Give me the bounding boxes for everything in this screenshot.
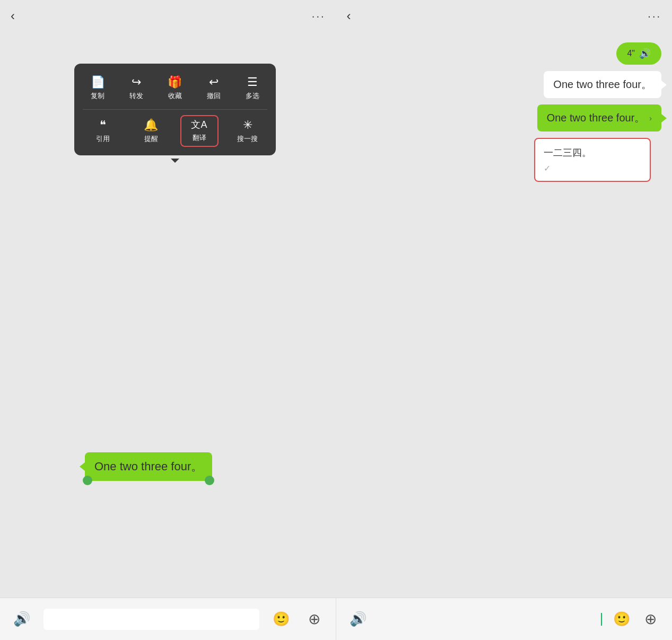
menu-row-1: 📄 复制 ↪ 转发 🎁 收藏 ↩ 撤回 ☰ 多选 xyxy=(78,70,272,106)
voice-button-left[interactable]: 🔊 xyxy=(11,608,33,630)
left-bubble-container: One two three four。 xyxy=(85,452,212,481)
collect-label: 收藏 xyxy=(168,91,182,101)
menu-copy[interactable]: 📄 复制 xyxy=(78,72,117,104)
quote-label: 引用 xyxy=(96,134,110,144)
translate-label: 翻译 xyxy=(193,133,206,143)
copy-label: 复制 xyxy=(91,91,104,101)
bottom-toolbar: 🔊 🙂 ⊕ 🔊 🙂 ⊕ xyxy=(0,598,672,640)
left-bubble-text: One two three four。 xyxy=(94,460,203,473)
bottom-left-area: 🔊 🙂 ⊕ xyxy=(0,608,336,630)
voice-duration: 4" xyxy=(627,49,635,58)
left-input-area xyxy=(43,609,259,630)
forward-label: 转发 xyxy=(129,91,143,101)
translate-icon: 文A xyxy=(191,118,207,131)
undo-label: 撤回 xyxy=(207,91,221,101)
menu-collect[interactable]: 🎁 收藏 xyxy=(156,72,194,104)
left-back-button[interactable]: ‹ xyxy=(11,8,15,23)
menu-quote[interactable]: ❝ 引用 xyxy=(84,115,122,147)
voice-button-right[interactable]: 🔊 xyxy=(347,608,369,630)
translation-check-icon: ✓ xyxy=(544,163,641,173)
copy-icon: 📄 xyxy=(91,75,105,89)
context-menu: 📄 复制 ↪ 转发 🎁 收藏 ↩ 撤回 ☰ 多选 xyxy=(74,64,276,155)
green-bubble-text: One two three four。 xyxy=(547,111,645,125)
white-chat-bubble[interactable]: One two three four。 xyxy=(544,71,661,98)
bubble-handle-right[interactable] xyxy=(205,476,214,485)
right-chat-area: 4" 🔊 One two three four。 One two three f… xyxy=(347,32,673,598)
quote-icon: ❝ xyxy=(100,118,106,132)
undo-icon: ↩ xyxy=(209,75,219,89)
menu-row-2: ❝ 引用 🔔 提醒 文A 翻译 ✳ 搜一搜 xyxy=(78,113,272,149)
bubble-handle-left[interactable] xyxy=(83,476,92,485)
left-chat-bubble[interactable]: One two three four。 xyxy=(85,452,212,481)
remind-label: 提醒 xyxy=(144,134,158,144)
search-one-icon: ✳ xyxy=(243,118,252,132)
left-header-dots[interactable]: ··· xyxy=(312,10,326,22)
arrow-icon: › xyxy=(649,114,652,122)
emoji-button-left[interactable]: 🙂 xyxy=(270,608,292,630)
menu-translate[interactable]: 文A 翻译 xyxy=(180,115,219,147)
translation-result-box: 一二三四。 ✓ xyxy=(534,138,651,182)
text-cursor xyxy=(601,613,602,626)
search-one-label: 搜一搜 xyxy=(237,134,258,144)
right-input-wrapper xyxy=(376,608,604,630)
forward-icon: ↪ xyxy=(132,75,141,89)
voice-icon: 🔊 xyxy=(639,48,651,59)
bottom-right-area: 🔊 🙂 ⊕ xyxy=(336,608,672,630)
right-header-dots[interactable]: ··· xyxy=(648,10,661,22)
green-chat-bubble[interactable]: One two three four。 › xyxy=(537,104,661,131)
menu-remind[interactable]: 🔔 提醒 xyxy=(132,115,170,147)
collect-icon: 🎁 xyxy=(168,75,182,89)
white-bubble-text: One two three four。 xyxy=(553,78,652,90)
message-input[interactable] xyxy=(378,608,600,630)
menu-search[interactable]: ✳ 搜一搜 xyxy=(229,115,267,147)
remind-icon: 🔔 xyxy=(144,118,158,132)
emoji-button-right[interactable]: 🙂 xyxy=(610,608,633,630)
translation-text: 一二三四。 xyxy=(544,146,641,159)
add-button-left[interactable]: ⊕ xyxy=(303,608,325,630)
multiselect-label: 多选 xyxy=(246,91,259,101)
menu-multiselect[interactable]: ☰ 多选 xyxy=(233,72,272,104)
menu-divider xyxy=(83,109,267,110)
voice-message-bubble[interactable]: 4" 🔊 xyxy=(616,42,661,65)
multiselect-icon: ☰ xyxy=(247,75,258,89)
menu-undo[interactable]: ↩ 撤回 xyxy=(195,72,233,104)
menu-forward[interactable]: ↪ 转发 xyxy=(117,72,155,104)
right-back-button[interactable]: ‹ xyxy=(347,8,351,23)
add-button-right[interactable]: ⊕ xyxy=(639,608,661,630)
